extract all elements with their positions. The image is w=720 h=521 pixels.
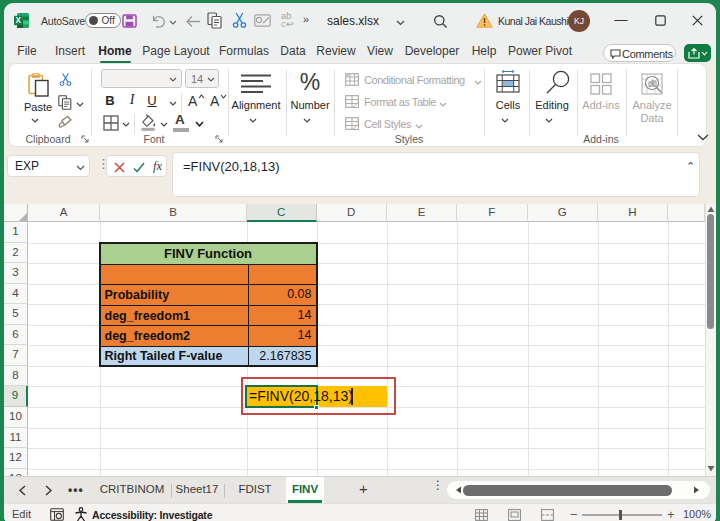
svg-text:X: X [16, 16, 22, 25]
